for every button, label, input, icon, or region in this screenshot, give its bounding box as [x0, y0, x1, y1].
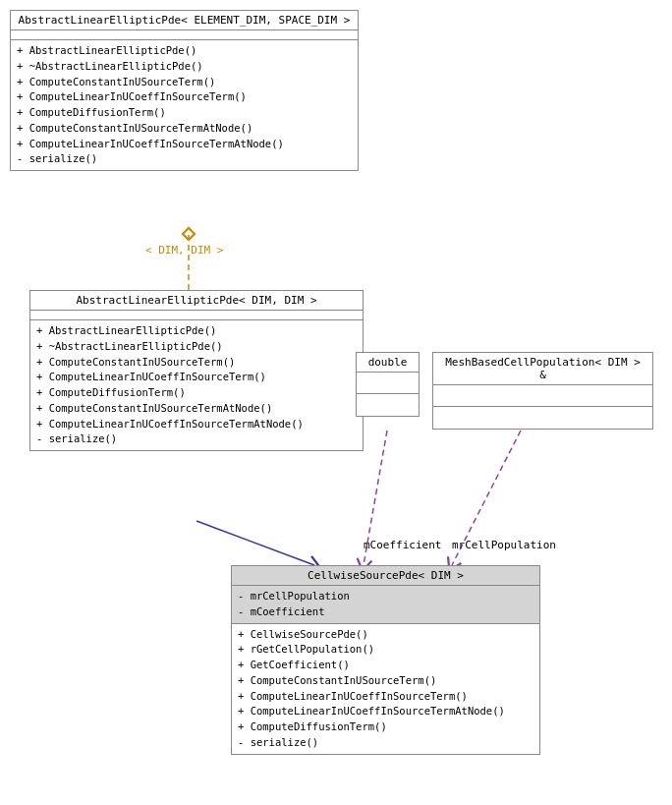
- method-item: + AbstractLinearEllipticPde(): [17, 43, 352, 59]
- template-param-label: < DIM, DIM >: [145, 244, 223, 257]
- method-item: + ComputeConstantInUSourceTerm(): [238, 673, 533, 689]
- cellwise-box: CellwiseSourcePde< DIM > - mrCellPopulat…: [231, 565, 540, 755]
- method-item: + AbstractLinearEllipticPde(): [36, 323, 357, 339]
- method-item: + ComputeLinearInUCoeffInSourceTerm(): [238, 689, 533, 705]
- mesh-title: MeshBasedCellPopulation< DIM > &: [433, 353, 652, 385]
- method-item: + GetCoefficient(): [238, 658, 533, 673]
- mesh-box: MeshBasedCellPopulation< DIM > &: [432, 352, 653, 430]
- method-item: + ComputeLinearInUCoeffInSourceTermAtNod…: [36, 417, 357, 432]
- method-item: + ComputeDiffusionTerm(): [17, 105, 352, 121]
- abstract-template-title: AbstractLinearEllipticPde< ELEMENT_DIM, …: [11, 11, 358, 30]
- mesh-section2: [433, 407, 652, 429]
- double-section1: [357, 373, 419, 394]
- method-item: + ComputeLinearInUCoeffInSourceTerm(): [17, 89, 352, 105]
- abstract-dim-title-text: AbstractLinearEllipticPde< DIM, DIM >: [76, 294, 316, 307]
- method-item: - serialize(): [36, 431, 357, 447]
- diagram-container: AbstractLinearEllipticPde< ELEMENT_DIM, …: [0, 0, 672, 805]
- double-box: double: [356, 352, 420, 417]
- abstract-template-empty-section: [11, 30, 358, 40]
- method-item: + ComputeConstantInUSourceTerm(): [36, 355, 357, 371]
- method-item: + CellwiseSourcePde(): [238, 627, 533, 643]
- mesh-title-text: MeshBasedCellPopulation< DIM > &: [445, 356, 641, 381]
- method-item: + ComputeConstantInUSourceTermAtNode(): [36, 401, 357, 417]
- double-title-text: double: [368, 356, 408, 369]
- abstract-dim-title: AbstractLinearEllipticPde< DIM, DIM >: [30, 291, 363, 311]
- abstract-template-title-text: AbstractLinearEllipticPde< ELEMENT_DIM, …: [19, 14, 351, 27]
- abstract-dim-methods: + AbstractLinearEllipticPde() + ~Abstrac…: [30, 320, 363, 450]
- method-item: + ~AbstractLinearEllipticPde(): [36, 339, 357, 355]
- blue-arrow: [196, 521, 314, 565]
- cellwise-title-text: CellwiseSourcePde< DIM >: [308, 569, 464, 582]
- abstract-dim-empty-section: [30, 311, 363, 320]
- method-item: - serialize(): [238, 735, 533, 751]
- method-item: - serialize(): [17, 151, 352, 167]
- method-item: + ComputeDiffusionTerm(): [36, 385, 357, 401]
- method-item: + ComputeLinearInUCoeffInSourceTermAtNod…: [238, 704, 533, 719]
- method-item: + ComputeLinearInUCoeffInSourceTerm(): [36, 370, 357, 385]
- method-item: + rGetCellPopulation(): [238, 642, 533, 658]
- double-title: double: [357, 353, 419, 373]
- abstract-template-box: AbstractLinearEllipticPde< ELEMENT_DIM, …: [10, 10, 359, 171]
- attr-item: - mCoefficient: [238, 604, 533, 620]
- attr-item: - mrCellPopulation: [238, 589, 533, 604]
- cellwise-title: CellwiseSourcePde< DIM >: [232, 566, 539, 586]
- method-item: + ComputeLinearInUCoeffInSourceTermAtNod…: [17, 137, 352, 152]
- method-item: + ComputeDiffusionTerm(): [238, 719, 533, 735]
- mcoefficient-label: mCoefficient: [364, 539, 441, 551]
- method-item: + ComputeConstantInUSourceTermAtNode(): [17, 121, 352, 137]
- double-section2: [357, 394, 419, 416]
- method-item: + ~AbstractLinearEllipticPde(): [17, 59, 352, 75]
- mrcellpopulation-label: mrCellPopulation: [452, 539, 556, 551]
- cellwise-methods: + CellwiseSourcePde() + rGetCellPopulati…: [232, 624, 539, 754]
- abstract-dim-box: AbstractLinearEllipticPde< DIM, DIM > + …: [29, 290, 364, 451]
- mesh-section1: [433, 385, 652, 407]
- abstract-template-methods: + AbstractLinearEllipticPde() + ~Abstrac…: [11, 40, 358, 170]
- method-item: + ComputeConstantInUSourceTerm(): [17, 75, 352, 90]
- cellwise-attributes: - mrCellPopulation - mCoefficient: [232, 586, 539, 624]
